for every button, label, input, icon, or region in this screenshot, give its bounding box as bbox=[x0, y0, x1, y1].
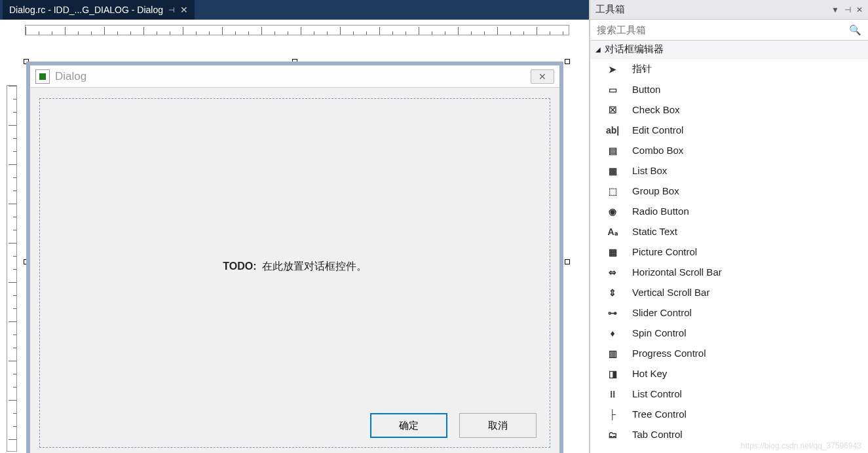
dialog-close-icon[interactable]: ✕ bbox=[531, 69, 554, 84]
toolbox-item-hotkey[interactable]: ◨Hot Key bbox=[590, 363, 868, 384]
cancel-button[interactable]: 取消 bbox=[459, 413, 537, 438]
toolbox-item-pointer[interactable]: ➤指针 bbox=[590, 59, 868, 79]
toolbox-item-button[interactable]: ▭Button bbox=[590, 79, 868, 100]
toolbox-item-label: Spin Control bbox=[632, 327, 687, 338]
toolbox-item-label: Group Box bbox=[632, 185, 679, 196]
vscroll-icon: ⇕ bbox=[606, 286, 619, 299]
toolbox-item-picture[interactable]: ▩Picture Control bbox=[590, 242, 868, 262]
pin-icon[interactable]: ⊣ bbox=[168, 6, 175, 14]
progress-icon: ▥ bbox=[606, 347, 619, 360]
document-tab[interactable]: Dialog.rc - IDD_...G_DIALOG - Dialog ⊣ ✕ bbox=[3, 0, 195, 20]
toolbox-item-label: Slider Control bbox=[632, 307, 692, 318]
toolbox-panel: 工具箱 ▼ ⊣ ✕ 🔍 ◢ 对话框编辑器 ➤指针▭Button☒Check Bo… bbox=[590, 0, 868, 453]
toolbox-item-label: Tab Control bbox=[632, 429, 683, 440]
pin-icon[interactable]: ⊣ bbox=[844, 5, 851, 14]
toolbox-item-tree[interactable]: ├Tree Control bbox=[590, 404, 868, 424]
resize-handle[interactable] bbox=[565, 259, 570, 264]
toolbox-item-listctrl[interactable]: ⁞⁞List Control bbox=[590, 384, 868, 404]
toolbox-item-tab[interactable]: 🗂Tab Control bbox=[590, 424, 868, 444]
groupbox-icon: ⬚ bbox=[606, 185, 619, 198]
search-icon[interactable]: 🔍 bbox=[849, 24, 861, 36]
toolbox-item-label: Progress Control bbox=[632, 348, 706, 359]
toolbox-item-edit[interactable]: ab|Edit Control bbox=[590, 120, 868, 140]
toolbox-item-label: Check Box bbox=[632, 104, 680, 115]
group-label: 对话框编辑器 bbox=[605, 43, 664, 56]
tab-title: Dialog.rc - IDD_...G_DIALOG - Dialog bbox=[9, 5, 163, 15]
spin-icon: ♦ bbox=[606, 327, 619, 340]
toolbox-item-label: Button bbox=[632, 84, 660, 95]
todo-placeholder[interactable]: TODO:在此放置对话框控件。 bbox=[40, 260, 550, 274]
radio-icon: ◉ bbox=[606, 205, 619, 218]
toolbox-item-progress[interactable]: ▥Progress Control bbox=[590, 343, 868, 363]
toolbox-item-label: List Control bbox=[632, 388, 682, 399]
button-icon: ▭ bbox=[606, 83, 619, 96]
edit-icon: ab| bbox=[606, 124, 619, 137]
toolbox-item-label: Static Text bbox=[632, 226, 677, 237]
horizontal-ruler bbox=[25, 25, 569, 35]
toolbox-item-listbox[interactable]: ▦List Box bbox=[590, 160, 868, 181]
toolbox-group-header[interactable]: ◢ 对话框编辑器 bbox=[590, 41, 868, 59]
vertical-ruler bbox=[7, 85, 17, 452]
toolbox-item-checkbox[interactable]: ☒Check Box bbox=[590, 100, 868, 120]
listbox-icon: ▦ bbox=[606, 164, 619, 177]
dialog-client-area[interactable]: TODO:在此放置对话框控件。 确定 取消 bbox=[39, 98, 550, 448]
toolbox-item-label: Picture Control bbox=[632, 246, 697, 257]
toolbox-item-groupbox[interactable]: ⬚Group Box bbox=[590, 181, 868, 201]
resize-handle[interactable] bbox=[565, 59, 570, 64]
toolbox-item-label: List Box bbox=[632, 165, 667, 176]
todo-label: TODO: bbox=[223, 261, 256, 272]
dialog-app-icon bbox=[35, 69, 50, 84]
toolbox-items: ➤指针▭Button☒Check Boxab|Edit Control▤Comb… bbox=[590, 59, 868, 453]
toolbox-item-label: Vertical Scroll Bar bbox=[632, 287, 709, 298]
hscroll-icon: ⇔ bbox=[606, 266, 619, 279]
toolbox-item-label: Tree Control bbox=[632, 408, 687, 420]
design-surface[interactable]: Dialog ✕ TODO:在此放置对话框控件。 确定 取消 bbox=[0, 20, 589, 453]
toolbox-search[interactable]: 🔍 bbox=[590, 20, 868, 41]
tab-icon: 🗂 bbox=[606, 428, 619, 441]
picture-icon: ▩ bbox=[606, 245, 619, 259]
toolbox-item-label: Radio Button bbox=[632, 206, 689, 217]
dialog-title-text: Dialog bbox=[55, 70, 86, 83]
listctrl-icon: ⁞⁞ bbox=[606, 388, 619, 401]
toolbox-item-slider[interactable]: ⊶Slider Control bbox=[590, 302, 868, 323]
ok-button[interactable]: 确定 bbox=[370, 413, 447, 438]
close-icon[interactable]: ✕ bbox=[856, 5, 863, 14]
search-input[interactable] bbox=[597, 24, 849, 35]
todo-text: 在此放置对话框控件。 bbox=[262, 261, 367, 272]
dropdown-icon[interactable]: ▼ bbox=[831, 5, 839, 14]
toolbox-item-spin[interactable]: ♦Spin Control bbox=[590, 323, 868, 343]
toolbox-item-label: Combo Box bbox=[632, 145, 683, 156]
close-icon[interactable]: ✕ bbox=[180, 5, 188, 15]
toolbox-item-label: Edit Control bbox=[632, 124, 683, 136]
combo-icon: ▤ bbox=[606, 144, 619, 157]
toolbox-title: 工具箱 bbox=[595, 3, 625, 16]
toolbox-item-label: Horizontal Scroll Bar bbox=[632, 266, 722, 278]
toolbox-item-vscroll[interactable]: ⇕Vertical Scroll Bar bbox=[590, 282, 868, 302]
tree-icon: ├ bbox=[606, 408, 619, 421]
hotkey-icon: ◨ bbox=[606, 367, 619, 380]
toolbox-item-hscroll[interactable]: ⇔Horizontal Scroll Bar bbox=[590, 262, 868, 282]
toolbox-item-label: 指针 bbox=[632, 63, 652, 75]
dialog-titlebar[interactable]: Dialog ✕ bbox=[30, 65, 559, 88]
toolbox-item-radio[interactable]: ◉Radio Button bbox=[590, 201, 868, 221]
slider-icon: ⊶ bbox=[606, 306, 619, 319]
toolbox-item-label: Hot Key bbox=[632, 368, 667, 379]
pointer-icon: ➤ bbox=[606, 63, 619, 76]
dialog-preview[interactable]: Dialog ✕ TODO:在此放置对话框控件。 确定 取消 bbox=[26, 62, 563, 453]
tab-bar: Dialog.rc - IDD_...G_DIALOG - Dialog ⊣ ✕ bbox=[0, 0, 589, 20]
collapse-icon: ◢ bbox=[595, 46, 601, 53]
toolbox-item-static[interactable]: AₐStatic Text bbox=[590, 221, 868, 242]
checkbox-icon: ☒ bbox=[606, 103, 619, 117]
toolbox-header: 工具箱 ▼ ⊣ ✕ bbox=[590, 0, 868, 20]
static-icon: Aₐ bbox=[606, 225, 619, 238]
toolbox-item-combo[interactable]: ▤Combo Box bbox=[590, 140, 868, 160]
editor-area: Dialog.rc - IDD_...G_DIALOG - Dialog ⊣ ✕… bbox=[0, 0, 590, 453]
